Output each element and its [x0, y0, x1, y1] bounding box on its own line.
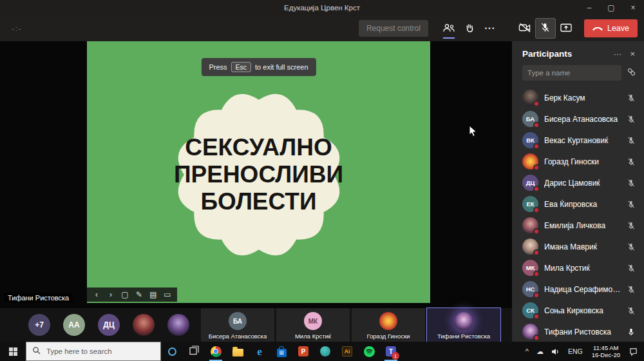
participant-name: Бисера Атанасовска: [544, 115, 621, 124]
participant-avatar: ВК: [522, 132, 538, 148]
illustrator-icon[interactable]: Ai: [336, 342, 358, 361]
participant-avatar: [455, 312, 473, 330]
presence-busy-dot: [533, 292, 540, 298]
more-options-button[interactable]: ···: [480, 18, 500, 39]
minimize-button[interactable]: –: [578, 0, 600, 15]
participant-search-input[interactable]: [522, 65, 621, 81]
grid-view-icon[interactable]: ▤: [146, 288, 160, 302]
participant-row[interactable]: Тифани Ристовска: [512, 321, 644, 342]
maximize-button[interactable]: ▢: [600, 0, 622, 15]
camera-off-button[interactable]: [515, 18, 535, 39]
mic-mute-button[interactable]: [535, 18, 556, 39]
volume-icon[interactable]: [547, 342, 564, 361]
video-filmstrip: +7ААДЦ БА Бисера Атанасовска МК Мила Крс…: [0, 308, 512, 342]
request-control-button[interactable]: Request control: [359, 20, 428, 37]
participant-row[interactable]: Имана Мавриќ: [512, 236, 644, 257]
participant-avatar: БА: [522, 111, 538, 127]
task-view-button[interactable]: [183, 342, 205, 361]
tray-time: 11:45 AM: [593, 344, 618, 351]
participant-avatar: БА: [229, 312, 247, 330]
participant-name: Соња Кирковска: [544, 306, 621, 315]
panel-more-button[interactable]: ···: [613, 49, 621, 59]
mic-muted-icon: [627, 136, 636, 145]
participants-title: Participants: [522, 49, 613, 59]
shared-presentation-slide: Press Esc to exit full screen СЕКСУАЛНО …: [87, 41, 430, 303]
mic-muted-icon: [627, 93, 636, 102]
participant-row[interactable]: БА Бисера Атанасовска: [512, 108, 644, 130]
language-indicator[interactable]: ENG: [564, 342, 587, 361]
avatar-initials: ДЦ: [526, 179, 535, 186]
audio-participant-bubble[interactable]: +7: [28, 314, 50, 336]
avatar-initials: СК: [526, 307, 535, 314]
window-controls: – ▢ ×: [578, 0, 644, 15]
slide-badge: СЕКСУАЛНО ПРЕНОСЛИВИ БОЛЕСТИ: [152, 68, 366, 282]
presentation-controls: ‹ › ▢ ✎ ▤ ▭: [87, 288, 177, 302]
audio-participant-bubble[interactable]: ДЦ: [98, 314, 120, 336]
participant-row[interactable]: ДЦ Дарис Цамовиќ: [512, 172, 644, 193]
panel-close-button[interactable]: ×: [630, 49, 635, 59]
teal-app-icon[interactable]: [314, 342, 336, 361]
file-explorer-icon[interactable]: [227, 342, 249, 361]
microsoft-store-icon[interactable]: ⊞: [270, 342, 292, 361]
participant-row[interactable]: Берк Касум: [512, 87, 644, 108]
copy-link-icon[interactable]: [627, 67, 636, 79]
mic-muted-icon: [627, 242, 636, 251]
share-screen-button[interactable]: [556, 18, 576, 39]
task-view-icon: [189, 346, 199, 357]
mic-muted-icon: [627, 221, 636, 230]
participant-row[interactable]: НС Надица Серафимовска: [512, 278, 644, 300]
participants-search-row: [512, 65, 644, 84]
onedrive-cloud-icon[interactable]: ☁: [533, 342, 547, 361]
slides-overview-icon[interactable]: ▢: [118, 288, 132, 302]
raise-hand-button[interactable]: [459, 18, 480, 39]
presence-busy-dot: [533, 101, 540, 107]
camera-off-icon: [518, 23, 531, 35]
start-button[interactable]: [0, 342, 26, 361]
audio-participant-bubble[interactable]: [167, 314, 189, 336]
video-tile[interactable]: БА Бисера Атанасовска: [201, 308, 274, 342]
audio-participant-bubble[interactable]: [133, 314, 155, 336]
presence-busy-dot: [533, 313, 540, 320]
clock[interactable]: 11:45 AM 16-Dec-20: [587, 342, 625, 361]
audio-participant-bubbles: +7ААДЦ: [28, 314, 189, 336]
video-tile[interactable]: МК Мила Крстиќ: [276, 308, 350, 342]
participant-row[interactable]: ВК Векас Куртановиќ: [512, 130, 644, 151]
cortana-button[interactable]: [161, 342, 183, 361]
taskbar-search-input[interactable]: [45, 347, 155, 356]
participant-name: Дарис Цамовиќ: [544, 179, 621, 188]
participant-row[interactable]: Горазд Гиноски: [512, 151, 644, 172]
windows-logo-icon: [9, 347, 17, 356]
audio-participant-bubble[interactable]: АА: [63, 314, 85, 336]
next-slide-button[interactable]: ›: [104, 288, 118, 302]
chrome-icon[interactable]: [205, 342, 227, 361]
video-tile[interactable]: Тифани Ристовска: [427, 308, 500, 342]
slide-title-line: СЕКСУАЛНО: [185, 134, 332, 161]
participant-row[interactable]: ЕК Ева Ќипровска: [512, 193, 644, 215]
previous-slide-button[interactable]: ‹: [90, 288, 104, 302]
participant-row[interactable]: Емилија Личкова: [512, 215, 644, 236]
participant-name: Мила Крстиќ: [278, 333, 348, 340]
show-hidden-icons-button[interactable]: ^: [522, 342, 533, 361]
participant-avatar: [522, 153, 538, 170]
leave-label: Leave: [607, 24, 629, 33]
edge-icon[interactable]: e: [249, 342, 270, 361]
spotify-icon[interactable]: [358, 342, 380, 361]
participant-row[interactable]: МК Мила Крстиќ: [512, 257, 644, 278]
powerpoint-icon[interactable]: P: [292, 342, 314, 361]
participant-name: Векас Куртановиќ: [544, 136, 621, 145]
taskbar-search[interactable]: [26, 342, 161, 361]
participant-row[interactable]: СК Соња Кирковска: [512, 300, 644, 321]
action-center-icon[interactable]: [625, 342, 641, 361]
pen-icon[interactable]: ✎: [132, 288, 146, 302]
close-button[interactable]: ×: [622, 0, 644, 15]
video-tile[interactable]: Горазд Гиноски: [352, 308, 425, 342]
participant-name: Имана Мавриќ: [544, 242, 621, 251]
participants-toggle-button[interactable]: [439, 18, 459, 39]
teams-icon[interactable]: T 1: [380, 342, 402, 361]
participant-name: Горазд Гиноски: [544, 157, 621, 166]
participant-avatar: СК: [522, 302, 538, 318]
presenter-view-icon[interactable]: ▭: [160, 288, 175, 302]
window-titlebar: Едукација Црвен Крст – ▢ ×: [0, 0, 644, 15]
raised-hand-icon: [464, 23, 475, 35]
leave-button[interactable]: Leave: [584, 19, 638, 37]
